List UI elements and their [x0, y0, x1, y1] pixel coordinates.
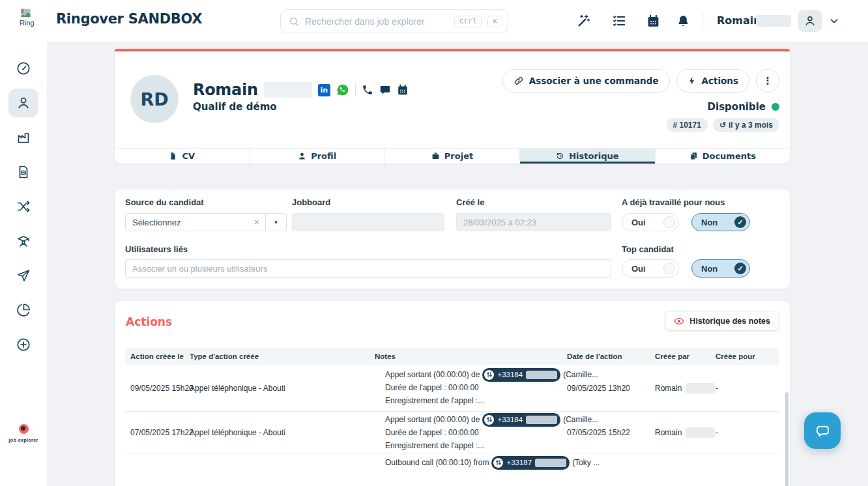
job-explorer-logo: job explorer: [0, 424, 47, 443]
col-action-created: Action créée le: [130, 348, 184, 365]
associate-order-button[interactable]: Associer à une commande: [502, 69, 670, 93]
candidate-name: Romain: [193, 81, 258, 99]
toggle-knob: [663, 216, 675, 228]
top-candidate-label: Top candidat: [622, 244, 674, 254]
creator-lastname-redacted: [686, 383, 715, 393]
chat-bubble-icon: [814, 422, 832, 440]
gauge-icon: [16, 61, 31, 76]
sidebar-item-companies[interactable]: [8, 123, 38, 152]
notes-history-label: Historique des notes: [689, 317, 770, 326]
sidebar-item-candidates[interactable]: [8, 89, 38, 117]
linkedin-icon[interactable]: in: [318, 84, 330, 96]
sidebar-item-documents[interactable]: [8, 158, 38, 186]
chat-launcher-button[interactable]: [804, 412, 841, 449]
header-divider: [702, 12, 703, 30]
sidebar-item-create[interactable]: [8, 330, 38, 359]
top-non-toggle[interactable]: Non✓: [691, 259, 750, 278]
link-icon: [514, 76, 524, 86]
lightning-icon: [687, 76, 697, 85]
actions-button-label: Actions: [702, 76, 738, 86]
main-content: RD Romain in Qualif de démo: [47, 42, 868, 486]
app-logo[interactable]: Ring: [20, 8, 50, 27]
calendar-icon[interactable]: [397, 84, 409, 96]
sidebar-item-campaigns[interactable]: [8, 261, 38, 290]
phone-redacted: [526, 416, 557, 424]
more-options-button[interactable]: ⋮: [756, 69, 779, 93]
notes-history-button[interactable]: Historique des notes: [665, 311, 779, 331]
left-sidebar: job explorer: [0, 42, 47, 486]
source-select[interactable]: Sélectionnez × ▼: [125, 213, 287, 231]
check-icon: ✓: [734, 216, 746, 228]
dropdown-caret-icon[interactable]: ▼: [265, 214, 286, 231]
col-created-by: Créée par: [655, 348, 689, 365]
action-table-row[interactable]: 09/05/2025 15h20 Appel téléphonique - Ab…: [125, 365, 779, 412]
bell-icon[interactable]: [675, 13, 691, 29]
actions-section-title: Actions: [126, 315, 172, 328]
cell-action-date: 07/05/2025 15h22: [567, 412, 630, 453]
chat-bubble-icon[interactable]: [379, 84, 391, 96]
contact-divider: [355, 83, 356, 96]
cell-created-by: Romain: [655, 412, 715, 453]
action-table-row[interactable]: Outbound call (00:00:10) from +33187 (To…: [125, 453, 779, 486]
call-direction-icon: [484, 415, 494, 425]
more-vertical-icon: ⋮: [763, 75, 773, 87]
user-lastname-redacted: [756, 15, 791, 27]
worked-oui-toggle[interactable]: Oui: [622, 213, 679, 231]
phone-redacted: [526, 371, 557, 379]
search-icon: [289, 16, 299, 27]
shuffle-icon: [16, 199, 31, 214]
profile-tabs: CV Profil Projet Historique: [115, 148, 790, 164]
user-avatar-button[interactable]: [798, 10, 822, 32]
col-created-for: Créée pour: [716, 348, 755, 365]
chevron-down-icon[interactable]: [829, 16, 839, 26]
sidebar-item-talents[interactable]: [8, 227, 38, 255]
candidate-id-badge: # 10171: [667, 118, 708, 132]
cell-notes: Outbound call (00:00:10) from +33187 (To…: [385, 456, 600, 469]
person-icon: [298, 152, 306, 160]
tab-historique[interactable]: Historique: [520, 149, 655, 164]
briefcase-icon: [431, 152, 440, 160]
last-updated-badge: ↺ il y a 3 mois: [713, 118, 779, 132]
top-header: Ring Ringover SANDBOX Ctrl K Romain: [0, 0, 868, 42]
cell-created-for: -: [716, 412, 718, 453]
task-list-icon[interactable]: [611, 13, 627, 29]
shortcut-ctrl-key: Ctrl: [454, 16, 482, 27]
call-direction-icon: [493, 458, 503, 468]
phone-number-pill[interactable]: +33187: [491, 456, 570, 470]
phone-number-pill[interactable]: +33184: [482, 368, 560, 382]
linked-users-input[interactable]: [125, 259, 611, 278]
person-icon: [16, 95, 31, 111]
sidebar-item-matching[interactable]: [8, 192, 38, 221]
action-table-row[interactable]: 07/05/2025 17h22 Appel téléphonique - Ab…: [125, 412, 779, 453]
search-input[interactable]: [305, 16, 448, 27]
top-oui-toggle[interactable]: Oui: [622, 259, 679, 278]
tab-projet[interactable]: Projet: [385, 149, 520, 164]
tab-profil[interactable]: Profil: [250, 149, 384, 164]
global-search[interactable]: Ctrl K: [280, 9, 508, 33]
graduate-icon: [16, 233, 31, 249]
actions-button[interactable]: Actions: [676, 69, 749, 93]
created-label: Créé le: [456, 197, 484, 207]
candidate-filters-card: Source du candidat Sélectionnez × ▼ Jobb…: [115, 190, 790, 289]
clear-icon[interactable]: ×: [248, 217, 265, 227]
person-icon: [803, 14, 817, 27]
created-input: [456, 213, 611, 231]
plus-circle-icon: [16, 337, 31, 352]
phone-number-pill[interactable]: +33184: [482, 413, 560, 427]
send-icon: [16, 268, 31, 283]
whatsapp-icon[interactable]: [336, 83, 349, 96]
table-scrollbar[interactable]: [785, 392, 788, 486]
sidebar-item-statistics[interactable]: [8, 296, 38, 324]
candidate-avatar: RD: [130, 75, 179, 123]
col-action-date: Date de l'action: [567, 348, 622, 365]
factory-icon: [16, 130, 31, 145]
calendar-icon[interactable]: [645, 13, 661, 29]
worked-non-toggle[interactable]: Non✓: [691, 213, 750, 231]
pie-chart-icon: [16, 302, 31, 318]
sidebar-item-dashboard[interactable]: [8, 54, 38, 83]
tab-cv[interactable]: CV: [115, 149, 250, 164]
phone-icon[interactable]: [362, 84, 373, 96]
magic-wand-icon[interactable]: [576, 13, 592, 29]
tab-documents[interactable]: Documents: [656, 149, 790, 164]
col-action-type: Type d'action créée: [190, 348, 259, 365]
